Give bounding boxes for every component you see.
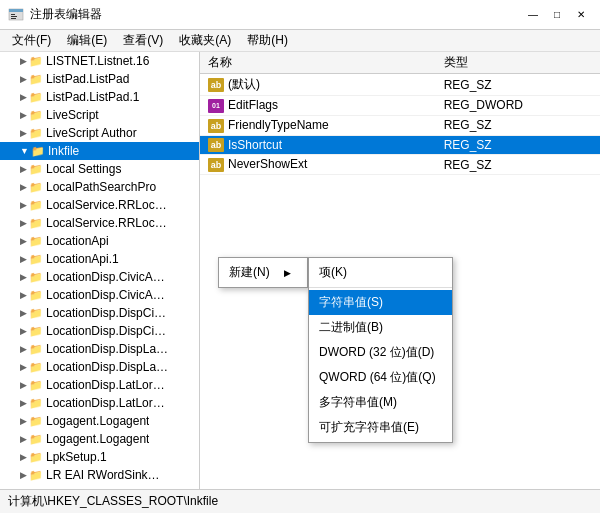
reg-value-icon: ab: [208, 138, 224, 152]
menu-item[interactable]: 收藏夹(A): [171, 30, 239, 51]
tree-expand-icon: ▶: [20, 236, 27, 246]
tree-item-locationdisp2[interactable]: ▶📁LocationDisp.CivicA…: [0, 286, 199, 304]
tree-item-locationdisp6[interactable]: ▶📁LocationDisp.DispLa…: [0, 358, 199, 376]
reg-value-icon: ab: [208, 158, 224, 172]
tree-expand-icon: ▶: [20, 452, 27, 462]
table-row[interactable]: ab(默认)REG_SZ: [200, 74, 600, 96]
minimize-button[interactable]: —: [522, 4, 544, 26]
tree-item-label: ListPad.ListPad: [46, 72, 129, 86]
context-menu-main[interactable]: 新建(N) ▶: [218, 257, 308, 288]
tree-item-locationdisp5[interactable]: ▶📁LocationDisp.DispLa…: [0, 340, 199, 358]
submenu-item-key-item[interactable]: 项(K): [309, 260, 452, 285]
tree-item-lrealnword[interactable]: ▶📁LR EAI RWordSink…: [0, 466, 199, 484]
svg-rect-2: [11, 14, 15, 15]
app-icon: [8, 7, 24, 23]
tree-item-label: LocalService.RRLoc…: [46, 198, 167, 212]
tree-panel[interactable]: ▶📁LISTNET.Listnet.16▶📁ListPad.ListPad▶📁L…: [0, 52, 200, 489]
tree-item-locationdisp8[interactable]: ▶📁LocationDisp.LatLor…: [0, 394, 199, 412]
submenu-item-multi-string[interactable]: 多字符串值(M): [309, 390, 452, 415]
tree-item-locationapi[interactable]: ▶📁LocationApi: [0, 232, 199, 250]
tree-item-label: LocationDisp.CivicA…: [46, 270, 165, 284]
tree-item-logagent2[interactable]: ▶📁Logagent.Logagent: [0, 430, 199, 448]
reg-name-cell: abIsShortcut: [200, 135, 436, 155]
tree-item-locationapi1[interactable]: ▶📁LocationApi.1: [0, 250, 199, 268]
tree-item-listnet[interactable]: ▶📁LISTNET.Listnet.16: [0, 52, 199, 70]
tree-expand-icon: ▶: [20, 254, 27, 264]
tree-item-locationdisp3[interactable]: ▶📁LocationDisp.DispCi…: [0, 304, 199, 322]
tree-expand-icon: ▶: [20, 416, 27, 426]
tree-item-listpad1[interactable]: ▶📁ListPad.ListPad.1: [0, 88, 199, 106]
menu-item[interactable]: 帮助(H): [239, 30, 296, 51]
tree-item-label: LpkSetup.1: [46, 450, 107, 464]
folder-icon: 📁: [29, 199, 43, 212]
tree-item-label: Local Settings: [46, 162, 121, 176]
tree-item-label: Logagent.Logagent: [46, 432, 149, 446]
col-name: 名称: [200, 52, 436, 74]
reg-type-cell: REG_SZ: [436, 115, 600, 135]
tree-item-label: LocalPathSearchPro: [46, 180, 156, 194]
right-panel[interactable]: 名称 类型 ab(默认)REG_SZ01EditFlagsREG_DWORDab…: [200, 52, 600, 489]
folder-icon: 📁: [29, 361, 43, 374]
submenu-item-binary-value[interactable]: 二进制值(B): [309, 315, 452, 340]
folder-icon: 📁: [29, 55, 43, 68]
svg-rect-4: [11, 18, 16, 19]
tree-expand-icon: ▶: [20, 326, 27, 336]
folder-icon: 📁: [29, 379, 43, 392]
reg-name-cell: abNeverShowExt: [200, 155, 436, 175]
folder-icon: 📁: [29, 109, 43, 122]
reg-value-icon: ab: [208, 78, 224, 92]
table-row[interactable]: abFriendlyTypeNameREG_SZ: [200, 115, 600, 135]
tree-expand-icon: ▶: [20, 380, 27, 390]
tree-item-locationdisp7[interactable]: ▶📁LocationDisp.LatLor…: [0, 376, 199, 394]
tree-item-label: LR EAI RWordSink…: [46, 468, 160, 482]
tree-item-livescriptauthor[interactable]: ▶📁LiveScript Author: [0, 124, 199, 142]
submenu-item-string-value[interactable]: 字符串值(S): [309, 290, 452, 315]
svg-rect-1: [9, 9, 23, 12]
tree-item-locationdisp1[interactable]: ▶📁LocationDisp.CivicA…: [0, 268, 199, 286]
tree-item-locationdisp4[interactable]: ▶📁LocationDisp.DispCi…: [0, 322, 199, 340]
registry-table: 名称 类型 ab(默认)REG_SZ01EditFlagsREG_DWORDab…: [200, 52, 600, 175]
tree-expand-icon: ▶: [20, 164, 27, 174]
tree-item-localservice2[interactable]: ▶📁LocalService.RRLoc…: [0, 214, 199, 232]
folder-icon: 📁: [31, 145, 45, 158]
tree-item-livescript[interactable]: ▶📁LiveScript: [0, 106, 199, 124]
reg-type-cell: REG_SZ: [436, 155, 600, 175]
tree-expand-icon: ▶: [20, 182, 27, 192]
menu-item[interactable]: 文件(F): [4, 30, 59, 51]
tree-expand-icon: ▶: [20, 200, 27, 210]
tree-item-label: LocationApi.1: [46, 252, 119, 266]
submenu-item-expandable-string[interactable]: 可扩充字符串值(E): [309, 415, 452, 440]
context-submenu[interactable]: 项(K)字符串值(S)二进制值(B)DWORD (32 位)值(D)QWORD …: [308, 257, 453, 443]
folder-icon: 📁: [29, 397, 43, 410]
folder-icon: 📁: [29, 253, 43, 266]
tree-item-listpad[interactable]: ▶📁ListPad.ListPad: [0, 70, 199, 88]
tree-expand-icon: ▶: [20, 308, 27, 318]
tree-item-logagent1[interactable]: ▶📁Logagent.Logagent: [0, 412, 199, 430]
submenu-item-qword-value[interactable]: QWORD (64 位)值(Q): [309, 365, 452, 390]
tree-item-localservice1[interactable]: ▶📁LocalService.RRLoc…: [0, 196, 199, 214]
tree-item-lpksetup[interactable]: ▶📁LpkSetup.1: [0, 448, 199, 466]
reg-name-cell: ab(默认): [200, 74, 436, 96]
col-type: 类型: [436, 52, 600, 74]
tree-item-localsettings[interactable]: ▶📁Local Settings: [0, 160, 199, 178]
menu-item[interactable]: 查看(V): [115, 30, 171, 51]
tree-expand-icon: ▶: [20, 128, 27, 138]
reg-value-icon: ab: [208, 119, 224, 133]
status-text: 计算机\HKEY_CLASSES_ROOT\Inkfile: [8, 493, 218, 510]
new-submenu-item[interactable]: 新建(N) ▶: [219, 260, 307, 285]
submenu-item-dword-value[interactable]: DWORD (32 位)值(D): [309, 340, 452, 365]
table-row[interactable]: abNeverShowExtREG_SZ: [200, 155, 600, 175]
maximize-button[interactable]: □: [546, 4, 568, 26]
table-row[interactable]: abIsShortcutREG_SZ: [200, 135, 600, 155]
tree-expand-icon: ▶: [20, 362, 27, 372]
table-row[interactable]: 01EditFlagsREG_DWORD: [200, 96, 600, 116]
title-bar: 注册表编辑器 — □ ✕: [0, 0, 600, 30]
folder-icon: 📁: [29, 181, 43, 194]
window-title: 注册表编辑器: [30, 6, 522, 23]
tree-expand-icon: ▶: [20, 398, 27, 408]
tree-item-inkfile[interactable]: ▼📁Inkfile: [0, 142, 199, 160]
folder-icon: 📁: [29, 451, 43, 464]
close-button[interactable]: ✕: [570, 4, 592, 26]
tree-item-localpathsearch[interactable]: ▶📁LocalPathSearchPro: [0, 178, 199, 196]
menu-item[interactable]: 编辑(E): [59, 30, 115, 51]
